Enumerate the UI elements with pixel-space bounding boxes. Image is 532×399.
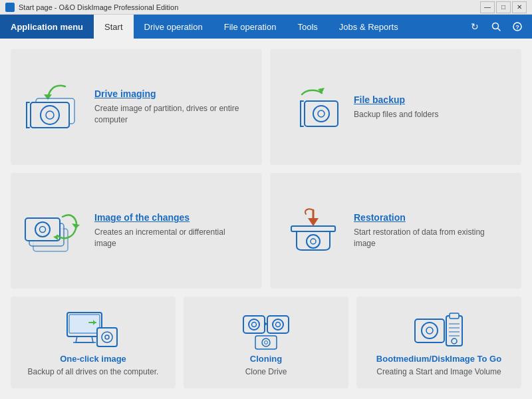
image-changes-card[interactable]: Image of the changes Creates an incremen… bbox=[11, 173, 262, 289]
image-changes-desc: Creates an incremental or differential i… bbox=[94, 227, 249, 249]
svg-line-1 bbox=[498, 29, 501, 31]
tab-file-operation[interactable]: File operation bbox=[213, 15, 287, 39]
drive-imaging-title: Drive imaging bbox=[94, 88, 249, 99]
cloning-icon bbox=[236, 307, 296, 354]
restoration-desc: Start restoration of data from existing … bbox=[354, 227, 508, 249]
drive-imaging-icon bbox=[24, 80, 84, 134]
bootmedium-title: Bootmedium/DiskImage To Go bbox=[376, 354, 501, 364]
svg-point-15 bbox=[318, 110, 325, 117]
file-backup-icon bbox=[283, 80, 343, 134]
refresh-icon[interactable]: ↻ bbox=[467, 19, 483, 35]
one-click-image-title: One-click image bbox=[60, 354, 126, 364]
cloning-desc: Clone Drive bbox=[245, 366, 287, 378]
window-controls: — □ ✕ bbox=[480, 1, 527, 13]
image-changes-title: Image of the changes bbox=[94, 212, 249, 223]
svg-text:?: ? bbox=[515, 24, 519, 31]
drive-imaging-card[interactable]: Drive imaging Create image of partition,… bbox=[11, 49, 262, 165]
drive-imaging-desc: Create image of partition, drives or ent… bbox=[94, 103, 249, 126]
search-icon[interactable] bbox=[488, 19, 504, 35]
title-text: Start page - O&O DiskImage Professional … bbox=[19, 3, 178, 11]
menu-bar: Application menu Start Drive operation F… bbox=[0, 15, 532, 39]
bootmedium-card[interactable]: Bootmedium/DiskImage To Go Creating a St… bbox=[356, 297, 521, 388]
tab-drive-operation[interactable]: Drive operation bbox=[134, 15, 213, 39]
drive-imaging-text: Drive imaging Create image of partition,… bbox=[94, 88, 249, 126]
svg-rect-27 bbox=[69, 315, 100, 333]
application-menu[interactable]: Application menu bbox=[0, 15, 94, 39]
app-icon bbox=[5, 3, 15, 12]
restoration-card[interactable]: Restoration Start restoration of data fr… bbox=[270, 173, 521, 289]
help-icon[interactable]: ? bbox=[509, 19, 525, 35]
top-cards-grid: Drive imaging Create image of partition,… bbox=[11, 49, 521, 289]
close-button[interactable]: ✕ bbox=[512, 1, 527, 13]
svg-rect-36 bbox=[267, 316, 289, 333]
svg-rect-13 bbox=[305, 101, 338, 126]
restoration-icon bbox=[283, 204, 343, 257]
title-bar: Start page - O&O DiskImage Professional … bbox=[0, 0, 532, 15]
minimize-button[interactable]: — bbox=[480, 1, 495, 13]
image-changes-icon bbox=[24, 204, 84, 257]
cloning-card[interactable]: Cloning Clone Drive bbox=[184, 297, 348, 388]
file-backup-desc: Backup files and folders bbox=[354, 109, 508, 120]
restoration-text: Restoration Start restoration of data fr… bbox=[354, 212, 508, 249]
bootmedium-desc: Creating a Start and Image Volume bbox=[376, 366, 501, 378]
file-backup-title: File backup bbox=[354, 94, 508, 105]
bootmedium-icon bbox=[409, 307, 469, 354]
cloning-title: Cloning bbox=[250, 354, 282, 364]
svg-marker-25 bbox=[308, 218, 319, 226]
menu-right-icons: ↻ ? bbox=[467, 19, 532, 35]
bottom-cards-row: One-click image Backup of all drives on … bbox=[11, 297, 521, 388]
one-click-image-icon bbox=[63, 307, 123, 354]
svg-point-14 bbox=[313, 106, 329, 122]
svg-rect-29 bbox=[97, 328, 117, 346]
one-click-image-card[interactable]: One-click image Backup of all drives on … bbox=[11, 297, 176, 388]
restoration-title: Restoration bbox=[354, 212, 508, 223]
file-backup-card[interactable]: File backup Backup files and folders bbox=[270, 49, 521, 165]
maximize-button[interactable]: □ bbox=[496, 1, 511, 13]
svg-rect-40 bbox=[255, 336, 277, 349]
svg-rect-46 bbox=[446, 316, 462, 346]
tab-start[interactable]: Start bbox=[94, 15, 133, 39]
svg-rect-33 bbox=[243, 316, 265, 333]
tab-tools[interactable]: Tools bbox=[287, 15, 328, 39]
svg-rect-47 bbox=[450, 313, 459, 319]
one-click-image-desc: Backup of all drives on the computer. bbox=[28, 366, 159, 378]
file-backup-text: File backup Backup files and folders bbox=[354, 94, 508, 120]
main-content: Drive imaging Create image of partition,… bbox=[0, 39, 532, 399]
image-changes-text: Image of the changes Creates an incremen… bbox=[94, 212, 249, 249]
tab-jobs-reports[interactable]: Jobs & Reports bbox=[329, 15, 409, 39]
